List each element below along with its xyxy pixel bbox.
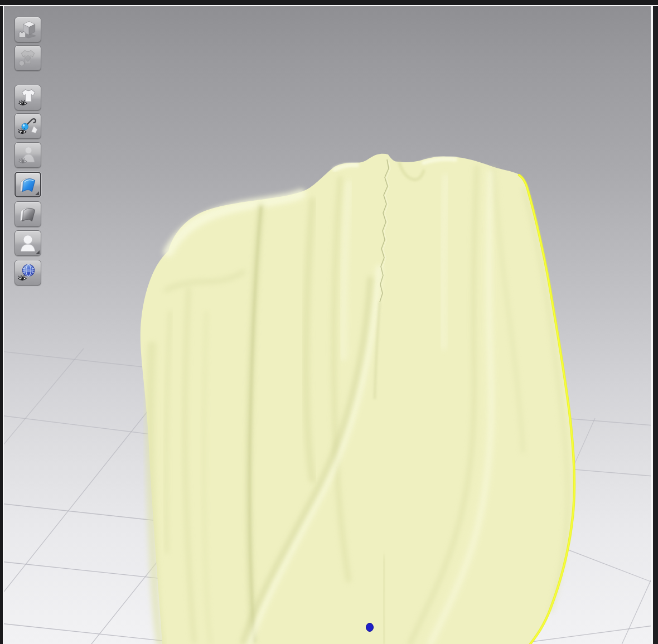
show-avatar-eye-icon (17, 145, 38, 165)
pin-marker[interactable] (366, 623, 374, 632)
show-garment-eye-icon (17, 88, 38, 108)
show-avatar-button[interactable] (14, 142, 41, 168)
globe-eye-icon (17, 263, 38, 283)
viewport-3d-canvas[interactable] (0, 0, 658, 644)
fabric-thick-surface-view-button[interactable] (14, 201, 41, 227)
frame-top-bar (0, 0, 658, 5)
fabric-surface-thick-icon (17, 204, 38, 224)
frame-top-highlight-line (0, 5, 658, 6)
application-window (0, 0, 658, 644)
avatar-display-button[interactable] (14, 230, 41, 256)
fabric-surface-blue-icon (17, 175, 38, 195)
avatar-head-icon (17, 233, 38, 253)
frame-right-bar (653, 6, 658, 644)
show-pin-button[interactable] (14, 113, 41, 139)
garment-pin-icon (17, 48, 38, 68)
garment-pin-tool-button[interactable] (14, 45, 41, 71)
show-pin-eye-icon (17, 116, 38, 136)
fabric-surface-view-button[interactable] (14, 172, 41, 197)
show-garment-button[interactable] (14, 85, 41, 110)
show-3d-window-button[interactable] (14, 17, 41, 42)
draped-garment[interactable] (141, 154, 574, 644)
show-environment-button[interactable] (14, 260, 41, 285)
cube-3d-icon (17, 20, 38, 40)
frame-left-highlight-line (3, 6, 4, 644)
